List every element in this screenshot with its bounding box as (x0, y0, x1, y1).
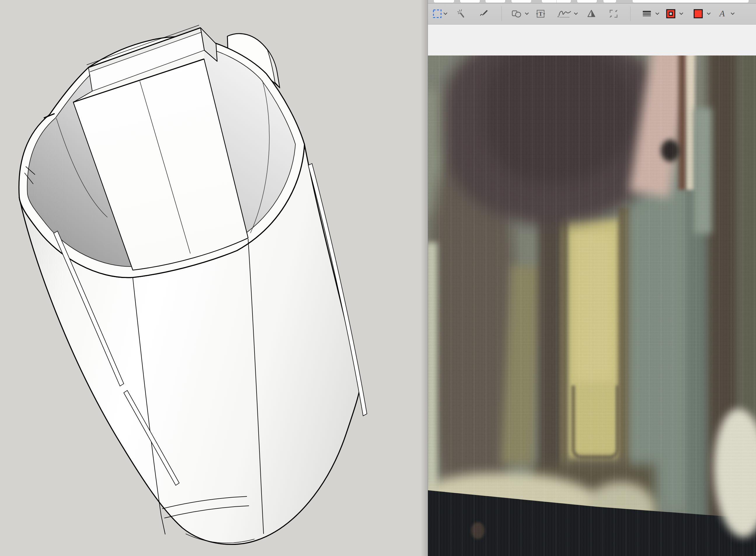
toolbar-button[interactable] (460, 0, 480, 3)
toolbar-segmented-button[interactable] (541, 0, 571, 3)
chevron-down-icon[interactable] (731, 12, 735, 15)
main-toolbar-fragment (428, 0, 756, 3)
chevron-down-icon[interactable] (574, 12, 578, 15)
photo-smudge (471, 522, 484, 539)
chevron-down-icon[interactable] (707, 12, 711, 15)
content-margin (428, 25, 756, 56)
toolbar-button[interactable] (603, 0, 616, 3)
chevron-down-icon[interactable] (679, 12, 683, 15)
photo-edge-line (687, 56, 695, 190)
toolbar-search-field[interactable] (632, 0, 749, 3)
toolbar-divider (630, 6, 631, 21)
adjust-size-icon[interactable] (608, 8, 619, 20)
cad-viewport[interactable] (0, 0, 428, 556)
border-color-icon[interactable] (665, 8, 677, 20)
sketch-tool-icon[interactable] (478, 8, 490, 20)
photo-slot-glow-core (573, 231, 616, 383)
chevron-down-icon[interactable] (443, 12, 447, 15)
instant-alpha-icon[interactable] (456, 8, 468, 20)
shape-style-icon[interactable] (641, 8, 653, 20)
photo-edge-line (678, 56, 687, 190)
toolbar-divider (501, 6, 502, 21)
svg-text:T: T (539, 11, 543, 17)
toolbar-button[interactable] (485, 0, 506, 3)
markup-toolbar: T (428, 3, 756, 25)
svg-text:A: A (719, 9, 725, 18)
screenshot-root: T (0, 0, 756, 556)
text-tool-icon[interactable]: T (535, 8, 546, 20)
photo-canvas[interactable] (428, 56, 756, 556)
chevron-down-icon[interactable] (655, 12, 659, 15)
photo-hook-hole (661, 140, 680, 162)
photo-region (694, 108, 712, 234)
fill-color-icon[interactable] (692, 8, 704, 20)
sign-tool-icon[interactable] (556, 8, 573, 20)
adjust-color-icon[interactable] (585, 8, 597, 20)
photo-slot-frame (618, 207, 631, 493)
shapes-tool-icon[interactable] (511, 8, 523, 20)
photo-region (428, 242, 437, 493)
toolbar-button[interactable] (511, 0, 532, 3)
photo-slot-frame (561, 219, 568, 488)
selection-tool-icon[interactable] (431, 8, 443, 20)
photo-slot-bottom-outline (572, 385, 619, 459)
toolbar-button[interactable] (433, 0, 455, 3)
photo-region (631, 152, 691, 511)
text-style-icon[interactable]: A (716, 8, 728, 20)
preview-window: T (428, 0, 756, 556)
toolbar-button[interactable] (577, 0, 597, 3)
cup-model-drawing (0, 0, 428, 556)
chevron-down-icon[interactable] (525, 12, 529, 15)
